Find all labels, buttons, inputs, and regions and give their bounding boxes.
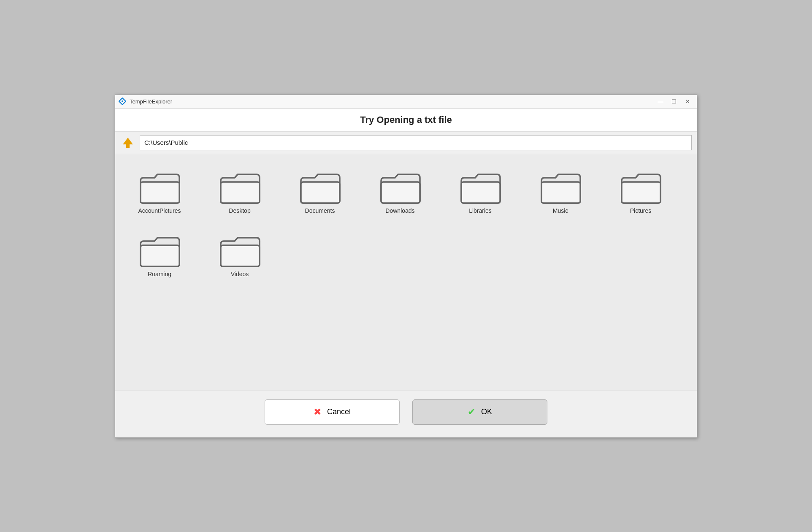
folder-item[interactable]: Pictures: [613, 167, 668, 217]
ok-label: OK: [481, 407, 492, 416]
dialog-title: Try Opening a txt file: [115, 109, 697, 132]
folder-item[interactable]: Desktop: [212, 167, 267, 217]
folder-grid: AccountPicturesDesktopDocumentsDownloads…: [132, 167, 680, 281]
folder-item[interactable]: Libraries: [453, 167, 508, 217]
folder-item[interactable]: AccountPictures: [132, 167, 187, 217]
folder-label: Documents: [305, 207, 335, 214]
svg-rect-4: [221, 182, 260, 203]
folder-icon: [219, 233, 261, 267]
svg-rect-5: [301, 182, 340, 203]
folder-label: AccountPictures: [138, 207, 181, 214]
button-bar: ✖ Cancel ✔ OK: [115, 391, 697, 437]
cancel-label: Cancel: [327, 407, 351, 416]
main-window: TempFileExplorer — ☐ ✕ Try Opening a txt…: [115, 95, 697, 438]
window-controls: — ☐ ✕: [655, 97, 693, 106]
app-icon: [119, 98, 126, 105]
svg-rect-9: [622, 182, 660, 203]
path-input[interactable]: [140, 135, 692, 150]
folder-label: Roaming: [148, 271, 171, 277]
file-area: AccountPicturesDesktopDocumentsDownloads…: [115, 154, 697, 391]
title-bar: TempFileExplorer — ☐ ✕: [115, 95, 697, 109]
folder-label: Pictures: [630, 207, 652, 214]
up-arrow-icon: [121, 136, 135, 149]
cancel-button[interactable]: ✖ Cancel: [265, 399, 400, 425]
folder-label: Libraries: [469, 207, 492, 214]
svg-rect-10: [141, 245, 179, 266]
folder-item[interactable]: Roaming: [132, 230, 187, 281]
folder-item[interactable]: Documents: [292, 167, 347, 217]
folder-label: Music: [553, 207, 568, 214]
folder-label: Desktop: [229, 207, 250, 214]
folder-item[interactable]: Videos: [212, 230, 267, 281]
svg-rect-6: [381, 182, 420, 203]
ok-icon: ✔: [468, 407, 475, 418]
folder-icon: [138, 233, 181, 267]
folder-label: Downloads: [385, 207, 414, 214]
minimize-button[interactable]: —: [655, 97, 666, 106]
close-button[interactable]: ✕: [682, 97, 693, 106]
svg-rect-3: [141, 182, 179, 203]
folder-icon: [379, 170, 421, 204]
up-button[interactable]: [120, 135, 135, 150]
folder-item[interactable]: Music: [533, 167, 588, 217]
svg-point-1: [122, 100, 123, 102]
folder-label: Videos: [231, 271, 249, 277]
folder-icon: [620, 170, 662, 204]
svg-rect-7: [461, 182, 500, 203]
ok-button[interactable]: ✔ OK: [412, 399, 547, 425]
cancel-icon: ✖: [314, 407, 321, 418]
folder-icon: [138, 170, 181, 204]
folder-icon: [299, 170, 341, 204]
folder-icon: [539, 170, 582, 204]
svg-rect-11: [221, 245, 260, 266]
folder-icon: [459, 170, 501, 204]
folder-item[interactable]: Downloads: [373, 167, 428, 217]
nav-bar: [115, 132, 697, 154]
svg-marker-2: [123, 138, 133, 148]
app-name: TempFileExplorer: [130, 98, 655, 105]
svg-rect-8: [541, 182, 580, 203]
maximize-button[interactable]: ☐: [668, 97, 680, 106]
folder-icon: [219, 170, 261, 204]
